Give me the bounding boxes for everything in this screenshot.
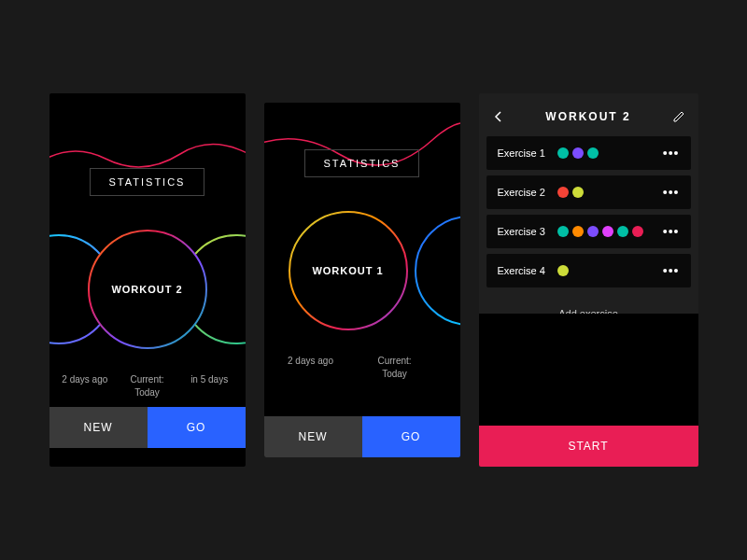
set-dot — [572, 226, 584, 237]
set-dot — [557, 226, 569, 237]
header: WORKOUT 2 — [479, 93, 698, 136]
date-row: 2 days ago Current: Today — [264, 345, 460, 390]
workout-label: WORKOUT 1 — [312, 265, 383, 276]
next-workout-ring[interactable] — [414, 215, 460, 327]
exercise-name: Exercise 1 — [498, 147, 557, 159]
go-button[interactable]: GO — [148, 407, 246, 448]
set-dot — [617, 226, 628, 237]
statistics-button[interactable]: STATISTICS — [304, 149, 420, 177]
screen-title: WORKOUT 2 — [545, 110, 630, 123]
set-dot — [572, 147, 584, 159]
current-workout-ring[interactable]: WORKOUT 1 — [288, 210, 409, 331]
start-button[interactable]: START — [479, 426, 698, 467]
set-dot — [602, 226, 613, 237]
more-icon[interactable]: ••• — [663, 224, 680, 239]
set-dot — [557, 187, 569, 198]
go-button[interactable]: GO — [362, 416, 460, 457]
screen-workout1: STATISTICS WORKOUT 1 2 days ago Current:… — [264, 103, 460, 457]
exercise-row[interactable]: Exercise 3••• — [486, 215, 691, 248]
exercise-row[interactable]: Exercise 4••• — [486, 254, 691, 287]
action-row: NEW GO — [264, 416, 460, 457]
exercise-row[interactable]: Exercise 2••• — [486, 175, 691, 209]
workout-ring-area: WORKOUT 2 — [49, 215, 246, 364]
set-dots — [557, 265, 663, 276]
set-dots — [557, 147, 663, 159]
set-dot — [557, 265, 569, 276]
set-dot — [557, 147, 569, 159]
set-dot — [632, 226, 643, 237]
action-row: NEW GO — [49, 407, 246, 448]
new-button[interactable]: NEW — [264, 416, 362, 457]
back-icon[interactable] — [492, 110, 505, 123]
exercise-list: Exercise 1•••Exercise 2•••Exercise 3•••E… — [479, 136, 698, 287]
current-workout-ring[interactable]: WORKOUT 2 — [87, 229, 208, 350]
set-dot — [587, 226, 599, 237]
exercise-row[interactable]: Exercise 1••• — [486, 136, 691, 170]
workout-ring-area: WORKOUT 1 — [264, 196, 460, 345]
date-prev: 2 days ago — [283, 355, 339, 381]
spacer — [479, 314, 698, 426]
more-icon[interactable]: ••• — [663, 146, 680, 161]
edit-icon[interactable] — [672, 110, 685, 123]
date-current: Current: Today — [367, 355, 423, 381]
set-dot — [587, 147, 599, 159]
exercise-name: Exercise 3 — [498, 226, 557, 237]
exercise-name: Exercise 4 — [498, 265, 557, 276]
set-dot — [572, 187, 584, 198]
screen-workout2: STATISTICS WORKOUT 2 2 days ago Current:… — [49, 93, 246, 467]
set-dots — [557, 187, 663, 198]
set-dots — [557, 226, 663, 237]
more-icon[interactable]: ••• — [663, 185, 680, 200]
new-button[interactable]: NEW — [49, 407, 148, 448]
date-current: Current: Today — [119, 373, 175, 399]
more-icon[interactable]: ••• — [663, 263, 680, 278]
date-next: in 5 days — [181, 373, 237, 399]
exercise-name: Exercise 2 — [498, 187, 557, 198]
statistics-button[interactable]: STATISTICS — [90, 168, 205, 196]
screen-exercise-list: WORKOUT 2 Exercise 1•••Exercise 2•••Exer… — [479, 93, 698, 467]
date-prev: 2 days ago — [57, 373, 113, 399]
action-row: START — [479, 426, 698, 467]
svg-point-3 — [416, 217, 460, 325]
workout-label: WORKOUT 2 — [111, 284, 182, 295]
date-row: 2 days ago Current: Today in 5 days — [49, 364, 246, 409]
